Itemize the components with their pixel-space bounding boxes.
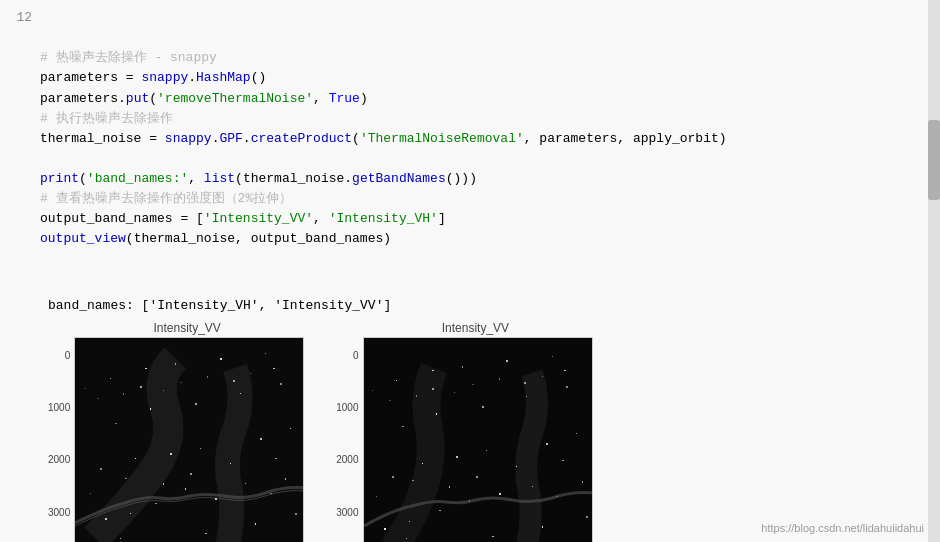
svg-rect-50 [499,493,501,495]
svg-rect-89 [564,370,566,371]
y-label-3000: 3000 [48,507,70,518]
svg-rect-37 [123,393,124,395]
svg-rect-3 [155,503,157,504]
svg-rect-35 [85,388,86,389]
svg-rect-14 [290,428,291,429]
y-axis-2: 0 1000 2000 3000 4000 [336,350,362,542]
code-line-3: parameters.put('removeThermalNoise', Tru… [40,89,908,109]
svg-rect-13 [260,438,262,440]
svg-rect-12 [200,448,201,449]
svg-rect-31 [163,483,164,485]
svg-rect-19 [280,383,282,385]
svg-rect-60 [402,426,404,427]
chart-wrapper-2: 0 1000 2000 3000 4000 [336,337,614,542]
svg-rect-9 [100,468,102,470]
svg-rect-67 [462,366,463,368]
svg-rect-56 [456,456,458,458]
comment-1: # 热噪声去除操作 - snappy [40,50,217,65]
svg-rect-22 [175,363,176,365]
svg-rect-45 [364,338,593,542]
svg-rect-57 [486,450,487,451]
output-band-names: band_names: ['Intensity_VH', 'Intensity_… [10,294,908,317]
svg-rect-36 [97,398,99,399]
svg-rect-85 [472,384,474,385]
svg-rect-66 [432,370,434,371]
svg-rect-51 [532,486,533,487]
svg-rect-79 [562,460,564,461]
svg-rect-21 [145,368,147,369]
svg-rect-84 [454,392,455,393]
scrollbar[interactable] [928,0,940,542]
chart-container-1: Intensity_VV 0 1000 2000 3000 4000 [48,321,326,542]
code-line-2: parameters = snappy.HashMap() [40,68,908,88]
code-line-7: print('band_names:', list(thermal_noise.… [40,169,908,189]
chart-wrapper-1: 0 1000 2000 3000 4000 [48,337,326,542]
svg-rect-72 [542,526,543,528]
svg-rect-69 [552,356,553,357]
svg-rect-80 [372,390,373,391]
svg-rect-61 [436,413,437,415]
svg-rect-10 [135,458,136,459]
svg-rect-75 [412,480,414,481]
svg-rect-73 [586,516,588,518]
y-label-0: 0 [65,350,71,361]
svg-rect-58 [546,443,548,445]
svg-rect-17 [195,403,197,405]
svg-rect-33 [230,463,231,464]
svg-rect-87 [524,382,526,384]
svg-rect-20 [110,378,111,379]
images-row: Intensity_VV 0 1000 2000 3000 4000 [10,321,908,542]
line-numbers: 12 [10,8,40,290]
y2-label-2000: 2000 [336,454,358,465]
y2-label-1000: 1000 [336,402,358,413]
svg-rect-16 [150,408,151,410]
y-axis-1: 0 1000 2000 3000 4000 [48,350,74,542]
svg-rect-11 [170,453,172,455]
svg-rect-55 [422,463,423,464]
svg-rect-63 [526,396,527,397]
svg-rect-59 [576,433,577,434]
chart-title-2: Intensity_VV [442,321,509,335]
svg-rect-8 [285,478,286,480]
svg-rect-4 [185,488,186,490]
svg-rect-18 [240,393,241,394]
y-label-2000: 2000 [48,454,70,465]
svg-rect-23 [220,358,222,360]
main-container: 12 # 热噪声去除操作 - snappy parameters = snapp… [0,0,940,542]
code-line-1: # 热噪声去除操作 - snappy [40,48,908,68]
svg-rect-40 [180,382,182,383]
svg-rect-39 [163,390,164,391]
svg-rect-38 [140,386,142,388]
svg-rect-32 [190,473,192,475]
code-section: 12 # 热噪声去除操作 - snappy parameters = snapp… [10,8,908,290]
svg-rect-47 [409,521,410,522]
svg-rect-46 [384,528,386,530]
svg-rect-64 [566,386,568,388]
svg-rect-24 [265,353,266,354]
svg-rect-42 [233,380,235,382]
svg-rect-1 [105,518,107,520]
code-line-4: # 执行热噪声去除操作 [40,109,908,129]
scrollbar-thumb[interactable] [928,120,940,200]
svg-rect-34 [275,458,277,459]
svg-rect-43 [250,373,251,374]
svg-rect-77 [476,476,478,478]
content-area: 12 # 热噪声去除操作 - snappy parameters = snapp… [0,0,928,542]
svg-rect-78 [516,466,517,467]
svg-rect-62 [482,406,484,408]
svg-rect-81 [389,400,391,401]
chart-container-2: Intensity_VV 0 1000 2000 3000 4000 [336,321,614,542]
code-block: # 热噪声去除操作 - snappy parameters = snappy.H… [40,8,908,290]
svg-rect-48 [439,510,441,511]
y-label-1000: 1000 [48,402,70,413]
svg-rect-25 [120,538,121,539]
svg-rect-68 [506,360,508,362]
svg-rect-6 [245,483,246,484]
svg-rect-88 [542,376,543,377]
svg-rect-83 [432,388,434,390]
chart-title-1: Intensity_VV [153,321,220,335]
svg-rect-30 [125,478,127,479]
code-line-9: output_band_names = ['Intensity_VV', 'In… [40,209,908,229]
svg-rect-71 [492,536,494,537]
chart-area-2 [363,337,593,542]
